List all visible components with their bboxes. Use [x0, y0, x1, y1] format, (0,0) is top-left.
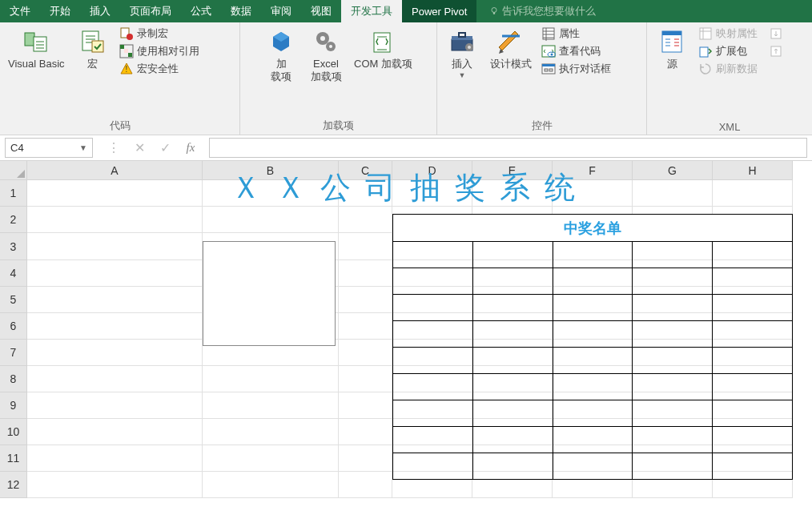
menu-powerpivot[interactable]: Power Pivot: [402, 0, 476, 22]
visual-basic-button[interactable]: Visual Basic: [5, 26, 68, 72]
winner-cell[interactable]: [553, 453, 633, 480]
winner-cell[interactable]: [633, 374, 713, 400]
winner-cell[interactable]: [393, 295, 473, 321]
cell[interactable]: [27, 287, 203, 313]
winner-cell[interactable]: [473, 268, 553, 295]
cell[interactable]: [203, 472, 339, 498]
winner-cell[interactable]: [713, 295, 793, 321]
enter-icon[interactable]: ✓: [158, 141, 172, 155]
cell[interactable]: [203, 419, 339, 445]
menu-insert[interactable]: 插入: [80, 0, 120, 22]
cell[interactable]: [472, 180, 553, 207]
winner-cell[interactable]: [393, 400, 473, 427]
row-header[interactable]: 4: [0, 260, 27, 287]
cell[interactable]: [339, 392, 392, 419]
column-header[interactable]: G: [633, 161, 713, 180]
cell[interactable]: [27, 419, 203, 445]
row-header[interactable]: 2: [0, 207, 27, 233]
cell[interactable]: [713, 180, 793, 207]
cell[interactable]: [27, 180, 203, 207]
cell[interactable]: [27, 366, 203, 392]
menu-review[interactable]: 审阅: [261, 0, 301, 22]
column-header[interactable]: B: [203, 161, 339, 180]
cell[interactable]: [339, 260, 392, 287]
menu-file[interactable]: 文件: [0, 0, 40, 22]
winner-cell[interactable]: [713, 427, 793, 453]
menu-layout[interactable]: 页面布局: [120, 0, 181, 22]
formula-input[interactable]: [209, 138, 807, 158]
cell[interactable]: [27, 260, 203, 287]
picture-placeholder[interactable]: [203, 241, 336, 346]
run-dialog-button[interactable]: 执行对话框: [540, 61, 613, 77]
winner-cell[interactable]: [553, 321, 633, 348]
winner-cell[interactable]: [473, 242, 553, 268]
macros-button[interactable]: 宏: [73, 26, 113, 72]
cell[interactable]: [339, 233, 392, 260]
column-header[interactable]: F: [553, 161, 633, 180]
cell[interactable]: [339, 419, 392, 445]
row-header[interactable]: 1: [0, 180, 27, 207]
winner-cell[interactable]: [553, 268, 633, 295]
cell[interactable]: [392, 180, 472, 207]
column-header[interactable]: A: [27, 161, 203, 180]
cell[interactable]: [27, 392, 203, 419]
cell[interactable]: [339, 366, 392, 392]
cell[interactable]: [339, 207, 392, 233]
row-header[interactable]: 3: [0, 233, 27, 260]
cell[interactable]: [27, 340, 203, 366]
winner-cell[interactable]: [713, 321, 793, 348]
winner-cell[interactable]: [713, 400, 793, 427]
winner-cell[interactable]: [713, 242, 793, 268]
winner-cell[interactable]: [393, 427, 473, 453]
winner-cell[interactable]: [473, 295, 553, 321]
cell[interactable]: [27, 472, 203, 498]
winner-cell[interactable]: [713, 268, 793, 295]
tell-me[interactable]: 告诉我您想要做什么: [480, 0, 605, 22]
winner-cell[interactable]: [473, 321, 553, 348]
record-macro-button[interactable]: 录制宏: [118, 26, 201, 42]
cell[interactable]: [339, 472, 392, 498]
winner-cell[interactable]: [553, 295, 633, 321]
name-box[interactable]: C4 ▼: [5, 138, 93, 158]
winner-cell[interactable]: [393, 453, 473, 480]
winner-cell[interactable]: [393, 242, 473, 268]
cell[interactable]: [553, 180, 633, 207]
winner-cell[interactable]: [633, 321, 713, 348]
addins-button[interactable]: 加 载项: [261, 26, 301, 86]
winner-cell[interactable]: [553, 374, 633, 400]
xml-import-button[interactable]: [767, 26, 785, 42]
column-header[interactable]: C: [339, 161, 392, 180]
menu-view[interactable]: 视图: [301, 0, 341, 22]
chevron-down-icon[interactable]: ▼: [79, 143, 87, 152]
winner-cell[interactable]: [633, 242, 713, 268]
menu-formulas[interactable]: 公式: [181, 0, 221, 22]
menu-developer[interactable]: 开发工具: [341, 0, 402, 22]
cell[interactable]: [27, 445, 203, 472]
winner-cell[interactable]: [713, 348, 793, 374]
winner-cell[interactable]: [473, 400, 553, 427]
winner-cell[interactable]: [713, 453, 793, 480]
column-header[interactable]: H: [713, 161, 793, 180]
winner-cell[interactable]: [473, 348, 553, 374]
cell[interactable]: [633, 180, 713, 207]
winner-cell[interactable]: [553, 242, 633, 268]
properties-button[interactable]: 属性: [540, 26, 613, 42]
winner-cell[interactable]: [553, 400, 633, 427]
cell[interactable]: [339, 180, 392, 207]
row-header[interactable]: 9: [0, 392, 27, 419]
winner-cell[interactable]: [393, 348, 473, 374]
row-header[interactable]: 6: [0, 313, 27, 340]
fx-icon[interactable]: fx: [183, 141, 198, 155]
cell[interactable]: [203, 207, 339, 233]
winner-cell[interactable]: [393, 268, 473, 295]
cell[interactable]: [339, 287, 392, 313]
com-addins-button[interactable]: COM 加载项: [351, 26, 416, 72]
winner-cell[interactable]: [713, 374, 793, 400]
cell[interactable]: [203, 366, 339, 392]
cell[interactable]: [27, 233, 203, 260]
cell[interactable]: [339, 313, 392, 340]
winner-cell[interactable]: [393, 321, 473, 348]
xml-source-button[interactable]: 源: [652, 26, 692, 72]
xml-export-button[interactable]: [767, 43, 785, 59]
winner-cell[interactable]: [553, 348, 633, 374]
